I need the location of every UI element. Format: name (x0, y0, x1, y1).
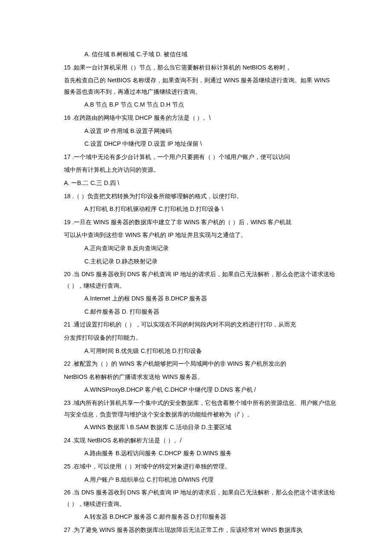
text-line: A. 一B.二 C.三 D.四 \ (64, 177, 337, 189)
text-line: A.B 节点 B.P 节点 C.M 节点 D.H 节点 (64, 99, 337, 110)
text-line: 域中所有计算机上允许访问的资源。 (64, 164, 337, 176)
text-line: A.转发器 B.DHCP 服务器 C.邮件服务器 D.打印服务器 (64, 511, 337, 523)
text-line: A.WINSProxyB.DHCP 客户机 C.DHCP 中继代理 D.DNS … (64, 384, 337, 396)
text-line: C.邮件服务器 D. 打印服务器 (64, 306, 337, 318)
text-line: C.设置 DHCP 中继代理 D.设置 IP 地址保留 \ (64, 138, 337, 150)
text-line: 26 .当 DNS 服务器收到 DNS 客户机查询 IP 地址的请求后，如果自己… (64, 487, 337, 509)
text-line: A.Internet 上的根 DNS 服务器 B.DHCP 服务器 (64, 293, 337, 304)
text-line: 首先检查自己的 NetBIOS 名称缓存，如果查询不到，则通过 WINS 服务器… (64, 75, 337, 97)
text-line: A.WINS 数据库 \ B.SAM 数据库 C.活动目录 D.主要区域 (64, 422, 337, 433)
text-line: 18 .（ ）负责把文档转换为打印设备所能够理解的格式，以便打印。 (64, 191, 337, 202)
text-line: C.主机记录 D.静态映射记录 (64, 256, 337, 267)
text-line: 分发挥打印设备的打印能力。 (64, 332, 337, 344)
text-line: A.路由服务 B.远程访问服务 C.DHCP 服务 D.WINS 服务 (64, 448, 337, 459)
text-line: A.用户账户 B.组织单位 C.打印机池 D/WINS 代理 (64, 474, 337, 485)
text-line: 19 .一旦在 WINS 服务器的数据库中建立了非 WINS 客户机的（ ）后，… (64, 217, 337, 228)
text-line: A. 信任域 B.树根域 C.子域 D. 被信任域 (64, 49, 337, 60)
text-line: 27 .为了避免 WINS 服务器的数据库出现故障后无法正常工作，应该经常对 W… (64, 524, 337, 536)
document-page: A. 信任域 B.树根域 C.子域 D. 被信任域15 .如果一台计算机采用（）… (0, 0, 392, 546)
text-line: 22 .被配置为（ ）的 WINS 客户机能够把同一个局域网中的非 WINS 客… (64, 358, 337, 370)
text-line: A.可用时间 B.优先级 C.打印机池 D.打印设备 (64, 345, 337, 357)
text-line: NetBIOS 名称解析的广播请求发送给 WINS 服务器。 (64, 371, 337, 383)
text-line: 16 .在跨路由的网络中实现 DHCP 服务的方法是（ ）。\ (64, 112, 337, 124)
text-line: A.设置 IP 作用域 B.设置子网掩码 (64, 125, 337, 137)
text-line: A.正向查询记录 B.反向查询记录 (64, 243, 337, 254)
text-line: 25 .在域中，可以使用（ ）对域中的特定对象进行单独的管理。 (64, 461, 337, 472)
text-line: A.打印机 B.打印机驱动程序 C.打印机池 D.打印设备 \ (64, 203, 337, 215)
text-line: 17 .一个域中无论有多少台计算机，一个用户只要拥有（ ）个域用户账户，便可以访… (64, 151, 337, 163)
text-line: 24 .实现 NetBIOS 名称的解析方法是（ ）。/ (64, 435, 337, 446)
text-line: 23 .域内所有的计算机共享一个集中式的安全数据库，它包含着整个域中所有的资源信… (64, 397, 337, 420)
text-line: 21 .通过设置打印机的（ ），可以实现在不同的时间段内对不同的文档进行打印，从… (64, 319, 337, 330)
text-line: 15 .如果一台计算机采用（）节点，那么当它需要解析目标计算机的 NetBIOS… (64, 62, 337, 73)
text-line: 可以从中查询到这些非 WINS 客户机的 IP 地址并且实现与之通信了。 (64, 229, 337, 241)
text-line: 20 .当 DNS 服务器收到 DNS 客户机查询 IP 地址的请求后，如果自己… (64, 269, 337, 291)
